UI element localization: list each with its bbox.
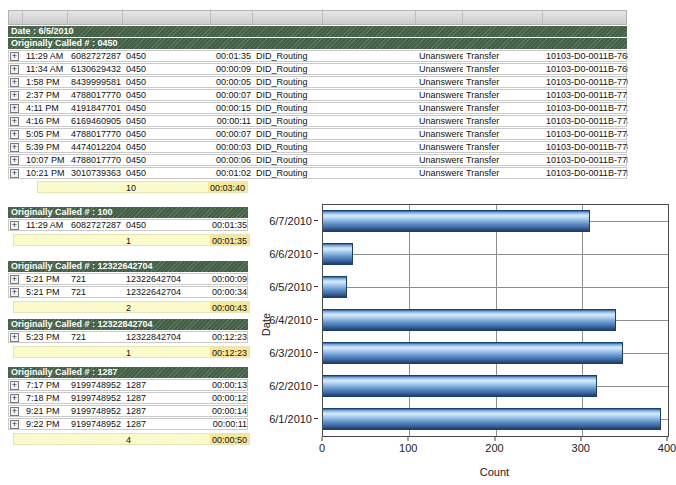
table-row[interactable]: + 10:07 PM 4788017770 0450 00:00:06 DID_…: [8, 154, 627, 166]
summary-count: 2: [126, 302, 131, 312]
cell-calling-party: 6130629432: [68, 64, 123, 74]
cell-agent: [323, 116, 416, 126]
group-header-label: Originally Called # : 12322842704: [8, 319, 153, 329]
cell-acd-name: DID_Routing: [253, 77, 323, 87]
expand-plus-icon[interactable]: +: [10, 117, 19, 126]
x-tick-mark: [322, 437, 323, 441]
column-header: [211, 11, 253, 24]
cell-agent: [323, 155, 416, 165]
cell-called: 12322642704: [123, 287, 211, 297]
expand-plus-icon[interactable]: +: [10, 221, 19, 230]
summary-total-duration: 00:00:50: [210, 434, 249, 444]
expand-cell: +: [9, 129, 23, 139]
expand-plus-icon[interactable]: +: [10, 394, 19, 403]
cell-time: 11:29 AM: [23, 220, 68, 230]
cell-calling-party: 9199748952: [68, 393, 123, 403]
cell-called: 0450: [123, 64, 211, 74]
group-summary-row: 4 00:00:50: [13, 433, 250, 445]
expand-plus-icon[interactable]: +: [10, 65, 19, 74]
table-row[interactable]: + 5:39 PM 4474012204 0450 00:00:03 DID_R…: [8, 141, 627, 153]
y-tick-label: 6/7/2010: [269, 215, 312, 227]
expand-plus-icon[interactable]: +: [10, 156, 19, 165]
group-header-label: Originally Called # : 12322642704: [8, 261, 153, 271]
table-row[interactable]: + 11:34 AM 6130629432 0450 00:00:09 DID_…: [8, 63, 627, 75]
expand-plus-icon[interactable]: +: [10, 333, 19, 342]
chart-band: [323, 205, 668, 238]
cell-called: 0450: [123, 220, 211, 230]
cell-global-call-id: 10103-D0-0011B-774: [543, 129, 628, 139]
cell-agent: [323, 90, 416, 100]
expand-cell: +: [9, 287, 23, 297]
x-tick-label: 200: [485, 442, 503, 454]
expand-plus-icon[interactable]: +: [10, 275, 19, 284]
cell-calling-party: 8439999581: [68, 77, 123, 87]
expand-plus-icon[interactable]: +: [10, 78, 19, 87]
summary-total-duration: 00:01:35: [210, 235, 249, 245]
cell-time: 5:05 PM: [23, 129, 68, 139]
table-row[interactable]: + 7:18 PM 9199748952 1287 00:00:12: [8, 392, 248, 404]
table-row[interactable]: + 10:21 PM 3010739363 0450 00:01:02 DID_…: [8, 167, 627, 179]
cell-duration: 00:12:23: [211, 332, 249, 342]
ytick-row: 6/7/2010: [250, 204, 318, 237]
group-summary-row: 1 00:12:23: [13, 346, 250, 358]
column-header: [323, 11, 416, 24]
cell-agent: [323, 51, 416, 61]
cell-calling-party: 9199748952: [68, 406, 123, 416]
cell-acd-name: DID_Routing: [253, 103, 323, 113]
group-header-label: Originally Called # : 1287: [8, 367, 118, 377]
x-tick-label: 400: [658, 442, 676, 454]
expand-plus-icon[interactable]: +: [10, 91, 19, 100]
cell-acd-name: DID_Routing: [253, 129, 323, 139]
cell-global-call-id: 10103-D0-0011B-773: [543, 116, 628, 126]
cell-duration: 00:00:11: [211, 419, 249, 429]
column-header: [68, 11, 123, 24]
cell-global-call-id: 10103-D0-0011B-772: [543, 103, 628, 113]
cell-called: 0450: [123, 129, 211, 139]
expand-cell: +: [9, 220, 23, 230]
table-row[interactable]: + 5:21 PM 721 12322642704 00:00:09: [8, 273, 248, 285]
table-row[interactable]: + 4:11 PM 4191847701 0450 00:00:15 DID_R…: [8, 102, 627, 114]
expand-cell: +: [9, 51, 23, 61]
expand-plus-icon[interactable]: +: [10, 130, 19, 139]
expand-plus-icon[interactable]: +: [10, 169, 19, 178]
table-row[interactable]: + 9:21 PM 9199748952 1287 00:00:14: [8, 405, 248, 417]
expand-plus-icon[interactable]: +: [10, 288, 19, 297]
cell-agent: [323, 129, 416, 139]
table-row[interactable]: + 2:37 PM 4788017770 0450 00:00:07 DID_R…: [8, 89, 627, 101]
expand-plus-icon[interactable]: +: [10, 104, 19, 113]
cell-called: 1287: [123, 419, 211, 429]
cell-duration: 00:00:13: [211, 380, 249, 390]
cell-time: 7:18 PM: [23, 393, 68, 403]
table-row[interactable]: + 9:22 PM 9199748952 1287 00:00:11: [8, 418, 248, 430]
summary-count: 1: [126, 347, 131, 357]
table-row[interactable]: + 5:05 PM 4788017770 0450 00:00:07 DID_R…: [8, 128, 627, 140]
cell-duration: 00:01:02: [211, 168, 253, 178]
table-row[interactable]: + 7:17 PM 9199748952 1287 00:00:13: [8, 379, 248, 391]
expand-plus-icon[interactable]: +: [10, 420, 19, 429]
y-tick-mark: [314, 385, 318, 386]
column-header: [23, 11, 68, 24]
summary-count: 10: [126, 182, 136, 192]
expand-plus-icon[interactable]: +: [10, 143, 19, 152]
table-row[interactable]: + 1:58 PM 8439999581 0450 00:00:05 DID_R…: [8, 76, 627, 88]
table-row[interactable]: + 5:23 PM 721 12322842704 00:12:23: [8, 331, 248, 343]
summary-total-duration: 00:00:43: [210, 302, 249, 312]
y-tick-label: 6/5/2010: [269, 281, 312, 293]
table-row[interactable]: + 4:16 PM 6169460905 0450 00:00:11 DID_R…: [8, 115, 627, 127]
table-row[interactable]: + 11:29 AM 6082727287 0450 00:01:35 DID_…: [8, 50, 627, 62]
table-row[interactable]: + 11:29 AM 6082727287 0450 00:01:35: [8, 219, 248, 231]
cell-answered: Unanswered: [416, 51, 463, 61]
cell-duration: 00:00:11: [211, 116, 253, 126]
expand-plus-icon[interactable]: +: [10, 52, 19, 61]
expand-cell: +: [9, 332, 23, 342]
expand-plus-icon[interactable]: +: [10, 407, 19, 416]
cell-acd-name: DID_Routing: [253, 51, 323, 61]
group-header-label: Originally Called # : 100: [8, 207, 113, 217]
expand-plus-icon[interactable]: +: [10, 381, 19, 390]
column-header: [9, 11, 23, 24]
expand-cell: +: [9, 155, 23, 165]
cell-called: 0450: [123, 168, 211, 178]
y-tick-label: 6/4/2010: [269, 314, 312, 326]
cell-called: 0450: [123, 77, 211, 87]
table-row[interactable]: + 5:21 PM 721 12322642704 00:00:34: [8, 286, 248, 298]
